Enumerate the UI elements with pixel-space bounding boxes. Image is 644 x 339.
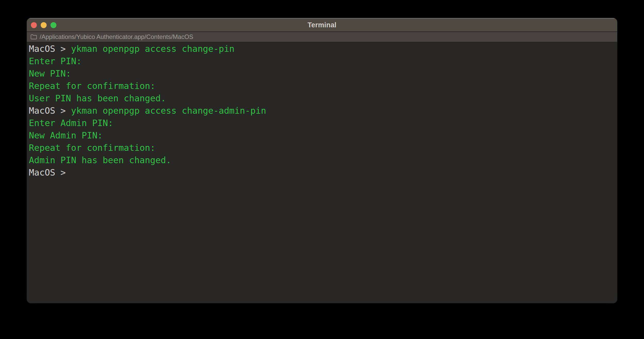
folder-icon: [30, 34, 37, 40]
terminal-line: Enter Admin PIN:: [29, 117, 615, 129]
terminal-line: Enter PIN:: [29, 55, 615, 67]
output-text: Enter Admin PIN:: [29, 118, 113, 128]
terminal-tab-path: /Applications/Yubico Authenticator.app/C…: [40, 33, 193, 40]
terminal-output[interactable]: MacOS > ykman openpgp access change-pinE…: [27, 42, 617, 303]
output-text: Repeat for confirmation:: [29, 143, 155, 153]
terminal-line: MacOS > ykman openpgp access change-pin: [29, 43, 615, 55]
terminal-line: Repeat for confirmation:: [29, 80, 615, 92]
terminal-line: New Admin PIN:: [29, 129, 615, 142]
pathbar: /Applications/Yubico Authenticator.app/C…: [27, 31, 617, 42]
terminal-line: User PIN has been changed.: [29, 92, 615, 104]
titlebar[interactable]: Terminal: [27, 18, 617, 31]
terminal-line: New PIN:: [29, 67, 615, 80]
output-text: User PIN has been changed.: [29, 93, 166, 103]
terminal-line: Admin PIN has been changed.: [29, 154, 615, 166]
terminal-window: Terminal /Applications/Yubico Authentica…: [27, 18, 617, 303]
output-text: Repeat for confirmation:: [29, 81, 155, 91]
command-text: ykman openpgp access change-admin-pin: [71, 105, 266, 116]
output-text: New Admin PIN:: [29, 130, 103, 140]
prompt-text: MacOS >: [29, 44, 71, 54]
zoom-button[interactable]: [50, 22, 56, 28]
close-button[interactable]: [31, 22, 37, 28]
terminal-line: MacOS >: [29, 166, 615, 179]
traffic-lights: [31, 19, 56, 31]
terminal-line: Repeat for confirmation:: [29, 142, 615, 154]
output-text: Enter PIN:: [29, 56, 82, 66]
output-text: Admin PIN has been changed.: [29, 155, 171, 165]
command-text: ykman openpgp access change-pin: [71, 44, 235, 54]
minimize-button[interactable]: [41, 22, 47, 28]
output-text: New PIN:: [29, 68, 71, 79]
prompt-text: MacOS >: [29, 105, 71, 116]
window-title: Terminal: [27, 21, 617, 29]
prompt-text: MacOS >: [29, 167, 71, 178]
terminal-line: MacOS > ykman openpgp access change-admi…: [29, 104, 615, 117]
